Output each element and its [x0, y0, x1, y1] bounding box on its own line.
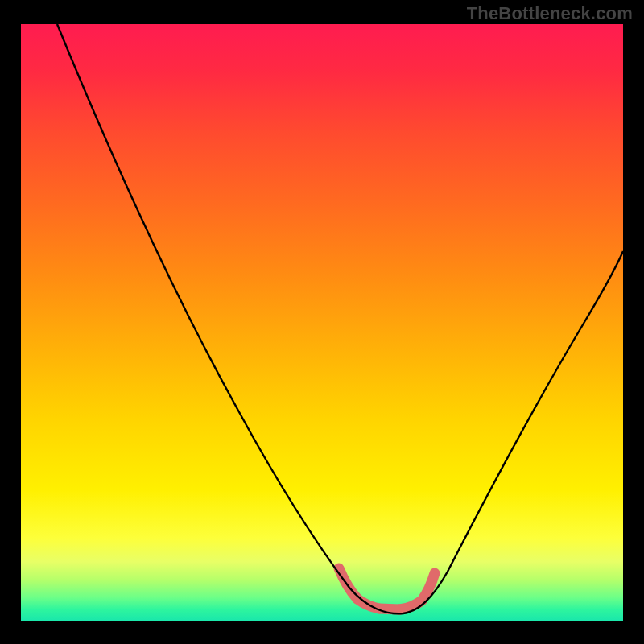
- main-curve: [57, 24, 623, 613]
- watermark-text: TheBottleneck.com: [467, 3, 633, 24]
- chart-stage: TheBottleneck.com: [0, 0, 644, 644]
- curve-layer: [21, 24, 623, 621]
- plot-area: [21, 24, 623, 621]
- highlight-band: [339, 568, 435, 609]
